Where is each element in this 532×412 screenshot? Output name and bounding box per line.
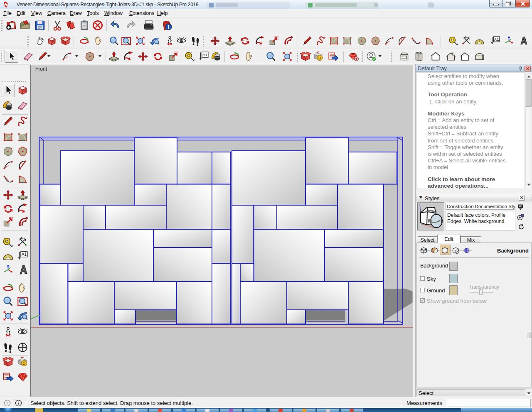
svg-text:?: ? — [6, 401, 9, 405]
